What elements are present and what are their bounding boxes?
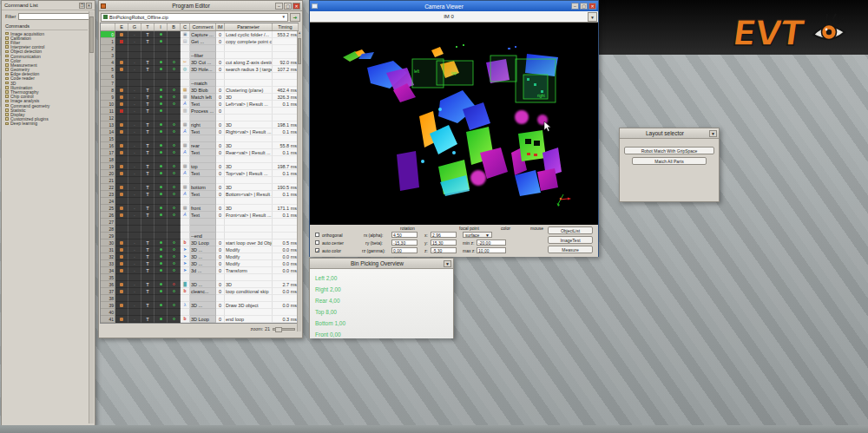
b-cell[interactable]	[168, 66, 181, 73]
im-cell[interactable]: 0	[216, 121, 225, 128]
enable-cell[interactable]	[115, 73, 128, 80]
enable-cell[interactable]	[115, 38, 128, 45]
i-cell[interactable]	[155, 239, 168, 246]
im-cell[interactable]: 0	[216, 142, 225, 149]
parameter-cell[interactable]	[225, 177, 273, 184]
g-cell[interactable]: ·	[128, 31, 141, 38]
scrollbar-thumb[interactable]	[89, 16, 94, 53]
comment-cell[interactable]: Text	[190, 128, 216, 135]
program-row[interactable]: 32·T➤3D ...0Modify0.0 ms	[101, 253, 298, 260]
match-all-parts-button[interactable]: Match All Parts	[632, 157, 707, 165]
i-cell[interactable]	[155, 288, 168, 295]
b-cell[interactable]	[168, 156, 181, 163]
b-cell[interactable]	[168, 246, 181, 253]
column-header[interactable]: C	[181, 23, 190, 30]
command-list-scrollbar[interactable]	[89, 11, 94, 423]
im-cell[interactable]: 0	[216, 239, 225, 246]
comment-cell[interactable]	[190, 156, 216, 163]
b-cell[interactable]	[168, 198, 181, 205]
t-cell[interactable]	[141, 274, 155, 281]
t-cell[interactable]	[141, 233, 155, 239]
g-cell[interactable]	[128, 73, 141, 80]
b-cell[interactable]	[168, 191, 181, 198]
orthogonal-checkbox[interactable]	[315, 233, 319, 237]
parameter-cell[interactable]: start loop over 3d ObjectList	[225, 239, 273, 246]
command-icon-cell[interactable]: ▩	[181, 205, 190, 212]
g-cell[interactable]: ·	[128, 108, 141, 115]
b-cell[interactable]	[168, 52, 181, 59]
i-cell[interactable]	[155, 59, 168, 66]
i-cell[interactable]	[155, 191, 168, 198]
g-cell[interactable]: ·	[128, 59, 141, 66]
comment-cell[interactable]: front	[190, 205, 216, 212]
b-cell[interactable]	[168, 281, 181, 288]
measure-button[interactable]: Measure	[548, 246, 593, 253]
g-cell[interactable]: ·	[128, 149, 141, 156]
i-cell[interactable]	[155, 281, 168, 288]
rx-field[interactable]: 4,50	[391, 232, 418, 238]
parameter-cell[interactable]	[225, 135, 273, 142]
program-row[interactable]: 15	[101, 135, 298, 142]
i-cell[interactable]	[155, 80, 168, 87]
im-cell[interactable]: 0	[216, 246, 225, 253]
t-cell[interactable]: T	[141, 205, 155, 212]
enable-cell[interactable]	[115, 115, 128, 121]
command-icon-cell[interactable]	[181, 198, 190, 205]
enable-cell[interactable]	[115, 205, 128, 212]
image-selector-dropdown-icon[interactable]: ▼	[588, 12, 597, 22]
enable-cell[interactable]	[115, 219, 128, 226]
enable-cell[interactable]	[115, 59, 128, 66]
comment-cell[interactable]: --filter	[190, 52, 216, 59]
g-cell[interactable]	[128, 45, 141, 52]
program-file-selector[interactable]: BinPickingRobot_Offline.cip ▼	[101, 13, 288, 22]
minimize-button[interactable]: –	[571, 3, 579, 10]
g-cell[interactable]: ·	[128, 302, 141, 309]
program-row[interactable]: 3--filter	[101, 52, 298, 59]
g-cell[interactable]: ·	[128, 128, 141, 135]
b-cell[interactable]	[168, 219, 181, 226]
parameter-cell[interactable]	[225, 309, 273, 316]
t-cell[interactable]: T	[141, 142, 155, 149]
parameter-cell[interactable]: Transform	[225, 267, 273, 274]
filter-input[interactable]	[18, 13, 91, 20]
g-cell[interactable]	[128, 80, 141, 87]
im-cell[interactable]: 0	[216, 316, 225, 323]
t-cell[interactable]: T	[141, 94, 155, 101]
maxz-field[interactable]: 10,00	[477, 247, 506, 253]
comment-cell[interactable]	[190, 219, 216, 226]
command-icon-cell[interactable]: ▦	[181, 87, 190, 94]
program-row[interactable]: 39·Tλ3D ...0Draw 3D object0.0 ms	[101, 302, 298, 309]
i-cell[interactable]	[155, 219, 168, 226]
im-cell[interactable]: 0	[216, 212, 225, 219]
program-row[interactable]: 30·Tb3D Loop0start loop over 3d ObjectLi…	[101, 239, 298, 246]
x-field[interactable]: 2,96	[431, 232, 457, 238]
program-row[interactable]: 13·T▩right03D198.1 ms	[101, 121, 298, 128]
b-cell[interactable]	[168, 115, 181, 121]
enable-cell[interactable]	[115, 128, 128, 135]
g-cell[interactable]	[128, 274, 141, 281]
parameter-cell[interactable]: cut along Z-axis destination ...	[225, 59, 273, 66]
t-cell[interactable]: T	[141, 31, 155, 38]
t-cell[interactable]: T	[141, 246, 155, 253]
column-header[interactable]: I	[155, 23, 168, 30]
program-row[interactable]: 4·T✂3D Cut ...0cut along Z-axis destinat…	[101, 59, 298, 66]
im-cell[interactable]	[216, 233, 225, 239]
command-icon-cell[interactable]	[181, 52, 190, 59]
enable-cell[interactable]	[115, 45, 128, 52]
comment-cell[interactable]: 3D Blob	[190, 87, 216, 94]
comment-cell[interactable]: 3D ...	[190, 281, 216, 288]
i-cell[interactable]	[155, 73, 168, 80]
command-icon-cell[interactable]: b	[181, 316, 190, 323]
b-cell[interactable]	[168, 128, 181, 135]
b-cell[interactable]	[168, 101, 181, 108]
i-cell[interactable]	[155, 316, 168, 323]
t-cell[interactable]	[141, 73, 155, 80]
command-icon-cell[interactable]: λ	[181, 302, 190, 309]
im-cell[interactable]: 0	[216, 31, 225, 38]
command-icon-cell[interactable]: ▥	[181, 108, 190, 115]
comment-cell[interactable]	[190, 115, 216, 121]
command-icon-cell[interactable]: ▩	[181, 94, 190, 101]
program-row[interactable]: 1·T▤Get ...0copy complete point cloud ..…	[101, 38, 298, 45]
comment-cell[interactable]: 3D ...	[190, 260, 216, 267]
program-editor-titlebar[interactable]: Program Editor – ▢ ✕	[99, 1, 302, 11]
